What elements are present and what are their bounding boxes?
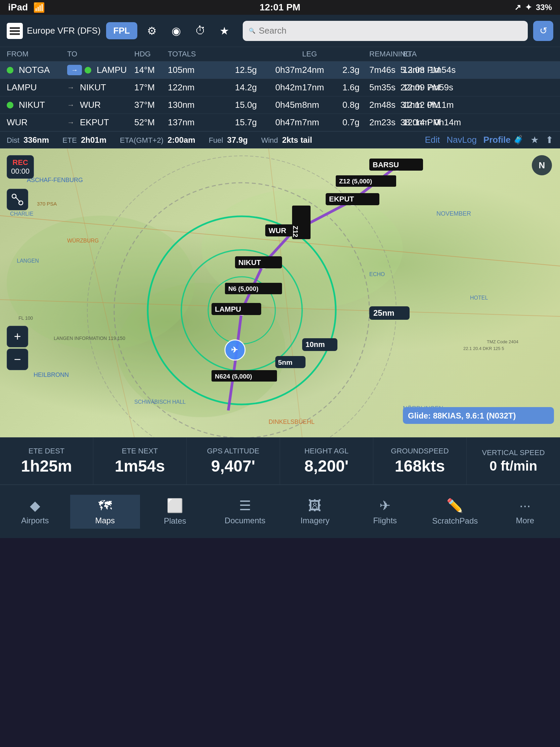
dist-value: 336nm <box>24 135 49 145</box>
bluetooth-icon: ✦ <box>525 3 532 12</box>
ete-item: ETE 2h01m <box>62 135 106 145</box>
svg-point-64 <box>12 194 16 198</box>
instrument-groundspeed: Groundspeed 168kts <box>373 438 466 484</box>
timer-button[interactable]: ⏱ <box>191 22 210 40</box>
eta-cell: 12:14 PM <box>403 117 443 128</box>
totals-time: 0h47m <box>275 117 302 128</box>
svg-text:N624 (5,000): N624 (5,000) <box>215 373 252 380</box>
hdg-cell: 37°M <box>134 100 168 110</box>
wind-value: 2kts tail <box>282 135 312 145</box>
from-label: WUR <box>7 117 28 128</box>
nav-airports[interactable]: ◆ Airports <box>0 494 70 529</box>
eta-value: 2:00am <box>167 135 195 145</box>
from-cell: WUR <box>7 117 67 128</box>
star-button[interactable]: ★ <box>530 134 539 146</box>
compass-button[interactable]: ◉ <box>167 22 186 40</box>
zoom-out-button[interactable]: − <box>7 349 28 370</box>
svg-text:10nm: 10nm <box>305 340 325 349</box>
share-button[interactable]: ⬆ <box>545 134 553 146</box>
wind-label: Wind <box>261 136 280 145</box>
svg-text:25nm: 25nm <box>373 308 395 317</box>
flights-icon: ✈ <box>379 498 391 513</box>
device-label: iPad <box>8 2 28 13</box>
svg-text:EKPUT: EKPUT <box>329 195 354 203</box>
svg-text:CHARLIE: CHARLIE <box>10 211 33 217</box>
instruments-bar: ETE Dest 1h25m ETE Next 1m54s GPS Altitu… <box>0 437 560 484</box>
flights-label: Flights <box>373 516 397 525</box>
map-area[interactable]: ✈ BARSU EKPUT WUR NIKUT LAMPU Z12 (5,000… <box>0 149 560 437</box>
nav-scratchpads[interactable]: ✏️ ScratchPads <box>420 494 490 529</box>
nav-plates[interactable]: ⬜ Plates <box>140 494 210 529</box>
svg-line-66 <box>16 197 20 202</box>
fpl-button[interactable]: FPL <box>106 22 137 39</box>
vertical-speed-value: 0 ft/min <box>489 459 537 473</box>
edit-button[interactable]: Edit <box>425 135 440 145</box>
svg-text:WÜRZBURG: WÜRZBURG <box>67 238 99 243</box>
svg-text:5nm: 5nm <box>278 358 292 366</box>
nav-flights[interactable]: ✈ Flights <box>350 494 420 529</box>
instrument-height-agl: Height AGL 8,200' <box>280 438 373 484</box>
col-remaining: REMAINING <box>369 50 403 58</box>
refresh-button[interactable]: ↺ <box>533 21 553 41</box>
zoom-in-button[interactable]: + <box>7 326 28 347</box>
eta-label: ETA(GMT+2) <box>120 136 165 145</box>
table-row[interactable]: LAMPU → NIKUT 17°M 122nm 14.2g 0h42m 17n… <box>0 79 560 96</box>
summary-actions: Edit NavLog Profile 🧳 ★ ⬆ <box>425 134 553 146</box>
status-bar: iPad 📶 12:01 PM ↗ ✦ 33% <box>0 0 560 15</box>
search-bar[interactable]: 🔍 <box>243 21 528 41</box>
svg-text:LANGEN: LANGEN <box>17 258 39 264</box>
svg-text:370 PSA: 370 PSA <box>37 201 57 207</box>
svg-text:SCHWÄBISCH HALL: SCHWÄBISCH HALL <box>134 399 186 405</box>
svg-text:Z12 (5,000): Z12 (5,000) <box>339 178 372 185</box>
to-label: NIKUT <box>80 82 106 93</box>
nav-imagery[interactable]: 🖼 Imagery <box>280 495 350 529</box>
rec-time: 00:00 <box>11 167 30 176</box>
leg-fuel: 1.6g <box>342 82 369 93</box>
vertical-speed-label: Vertical Speed <box>482 448 544 457</box>
table-row[interactable]: NIKUT → WUR 37°M 130nm 15.0g 0h45m 8nm 0… <box>0 96 560 114</box>
col-from: FROM <box>7 50 67 58</box>
navlog-button[interactable]: NavLog <box>447 135 477 145</box>
svg-point-5 <box>117 283 285 417</box>
settings-button[interactable]: ⚙ <box>143 22 161 40</box>
svg-text:TMZ Code 2404: TMZ Code 2404 <box>487 339 518 344</box>
gps-alt-label: GPS Altitude <box>207 447 259 456</box>
nav-documents[interactable]: ☰ Documents <box>210 494 280 529</box>
table-row[interactable]: NOTGA → LAMPU 14°M 105nm 12.5g 0h37m 24n… <box>0 61 560 79</box>
hdg-cell: 14°M <box>134 65 168 75</box>
profile-button[interactable]: Profile 🧳 <box>483 135 524 145</box>
svg-text:NIKUT: NIKUT <box>238 258 261 267</box>
layers-icon <box>7 23 23 39</box>
north-arrow: N <box>532 155 552 175</box>
airports-icon: ◆ <box>30 498 40 513</box>
airports-label: Airports <box>21 516 49 525</box>
dist-label: Dist <box>7 136 22 145</box>
recent-button[interactable]: ★ <box>215 22 234 40</box>
rec-label: REC <box>11 158 30 167</box>
route-button[interactable] <box>7 189 28 210</box>
nav-maps[interactable]: 🗺 Maps <box>70 495 140 529</box>
to-cell: → LAMPU <box>67 65 134 75</box>
height-agl-value: 8,200' <box>304 457 349 475</box>
col-totals: TOTALS <box>168 50 235 58</box>
map-selector[interactable]: Europe VFR (DFS) <box>7 23 101 39</box>
map-svg: ✈ BARSU EKPUT WUR NIKUT LAMPU Z12 (5,000… <box>0 149 560 437</box>
col-to: TO <box>67 50 134 58</box>
scratchpads-icon: ✏️ <box>447 498 463 514</box>
leg-fuel: 0.7g <box>342 117 369 128</box>
leg-fuel: 0.8g <box>342 100 369 110</box>
instrument-vertical-speed: Vertical Speed 0 ft/min <box>466 438 560 484</box>
nav-more[interactable]: ··· More <box>490 495 560 529</box>
col-l2 <box>342 50 369 58</box>
search-input[interactable] <box>259 26 522 36</box>
to-label: LAMPU <box>97 65 127 75</box>
waypoint-dot-green <box>7 67 14 74</box>
summary-bar: Dist 336nm ETE 2h01m ETA(GMT+2) 2:00am F… <box>0 131 560 149</box>
imagery-label: Imagery <box>300 516 330 525</box>
plates-label: Plates <box>164 516 186 526</box>
table-row[interactable]: WUR → EKPUT 52°M 137nm 15.7g 0h47m 7nm 0… <box>0 114 560 131</box>
totals-nm: 137nm <box>168 117 235 128</box>
fuel-value: 37.9g <box>227 135 248 145</box>
ete-dest-label: ETE Dest <box>29 447 65 456</box>
leg-fuel: 2.3g <box>342 65 369 75</box>
